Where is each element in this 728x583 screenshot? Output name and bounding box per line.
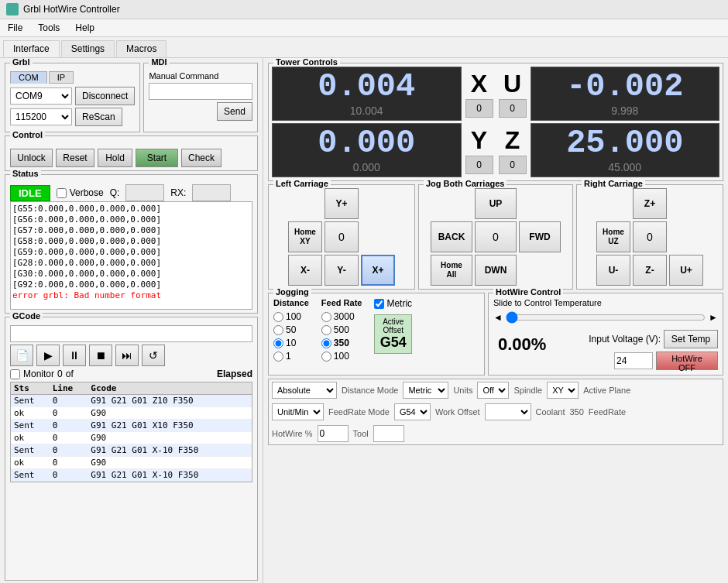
reset-btn[interactable]: Reset (56, 149, 94, 167)
um-btn[interactable]: U- (596, 255, 630, 286)
gcode-open-btn[interactable]: 📄 (10, 345, 33, 366)
jog-carriage-row: Left Carriage Y+ HomeXY 0 X- Y- X+ Jog B… (268, 184, 723, 290)
u-zero-btn[interactable]: 0 (499, 99, 527, 118)
log-area[interactable]: [G55:0.000,0.000,0.000,0.000][G56:0.000,… (10, 201, 252, 310)
unlock-btn[interactable]: Unlock (10, 149, 53, 167)
jogging-box: Jogging Distance 100 50 (268, 293, 485, 376)
units-select[interactable]: Off On (477, 382, 509, 399)
hotwire-pct-label: HotWire % (272, 429, 313, 438)
state-feedrate-mode: Unit/Min Inverse (272, 403, 324, 420)
gcode-input[interactable] (10, 325, 252, 342)
right-zero-btn[interactable]: 0 (633, 221, 667, 252)
state-row2: Unit/Min Inverse FeedRate Mode G54 G55 W… (272, 403, 719, 420)
monitor-count: 0 (57, 369, 63, 379)
temp-slider[interactable] (506, 310, 706, 325)
table-row: ok0G90 (11, 407, 252, 420)
gcode-reset-btn[interactable]: ↺ (142, 345, 165, 366)
spindle-select[interactable]: XY XZ (547, 382, 579, 399)
menu-file[interactable]: File (3, 21, 27, 35)
grbl-tab-ip[interactable]: IP (49, 71, 74, 84)
disconnect-btn[interactable]: Disconnect (75, 87, 135, 105)
check-btn[interactable]: Check (181, 149, 221, 167)
port-select[interactable]: COM9 (10, 87, 72, 105)
coolant-label: Coolant (536, 407, 565, 417)
baud-select[interactable]: 115200 (10, 108, 72, 125)
state-spindle: XY XZ (547, 382, 579, 399)
state-bar: Absolute Incremental Distance Mode Metri… (268, 379, 723, 445)
feed-500-radio[interactable] (321, 325, 331, 335)
distance-mode-select[interactable]: Absolute Incremental (272, 382, 337, 399)
verbose-checkbox[interactable] (57, 188, 67, 198)
voltage-row: Input Voltage (V): Set Temp (589, 330, 718, 348)
left-carriage-label: Left Carriage (273, 179, 331, 188)
tab-settings[interactable]: Settings (61, 40, 115, 57)
metric-checkbox[interactable] (374, 299, 384, 309)
jog-both-label: Jog Both Carriages (424, 179, 507, 188)
hold-btn[interactable]: Hold (98, 149, 132, 167)
tab-macros[interactable]: Macros (116, 40, 167, 57)
feedrate-code-select[interactable]: G54 G55 (394, 403, 431, 420)
col-line: Line (50, 382, 88, 395)
back-btn[interactable]: BACK (431, 221, 472, 252)
gcode-stop-btn[interactable]: ⏹ (89, 345, 112, 366)
tab-interface[interactable]: Interface (3, 40, 60, 57)
y-zero-btn[interactable]: 0 (465, 156, 493, 174)
menu-tools[interactable]: Tools (33, 21, 64, 35)
z-sub-value: 45.000 (537, 161, 713, 173)
set-temp-btn[interactable]: Set Temp (664, 330, 718, 348)
home-all-btn[interactable]: HomeAll (431, 255, 472, 286)
monitor-checkbox[interactable] (10, 369, 20, 379)
tool-input[interactable] (373, 425, 404, 442)
ym-btn[interactable]: Y- (325, 255, 359, 286)
feedrate-mode-select[interactable]: Unit/Min Inverse (272, 403, 324, 420)
manual-command-input[interactable] (149, 83, 252, 100)
send-btn[interactable]: Send (217, 102, 252, 121)
of-label: of (66, 369, 74, 379)
gcode-play-btn[interactable]: ▶ (36, 345, 60, 366)
rescan-btn[interactable]: ReScan (75, 108, 122, 126)
gcode-pause-btn[interactable]: ⏸ (63, 345, 86, 366)
fwd-btn[interactable]: FWD (519, 221, 561, 252)
zm-btn[interactable]: Z- (633, 255, 667, 286)
jogging-label: Jogging (273, 287, 311, 297)
dist-50-radio[interactable] (273, 325, 283, 335)
xm-btn[interactable]: X- (288, 255, 322, 286)
gcode-ff-btn[interactable]: ⏭ (115, 345, 139, 366)
dist-1-radio[interactable] (273, 352, 283, 362)
dist-1-row: 1 (273, 351, 309, 362)
left-zero-btn[interactable]: 0 (325, 221, 359, 252)
g54-label: G54 (379, 334, 407, 351)
window-title: Grbl HotWire Controller (23, 4, 120, 15)
feed-350-radio[interactable] (321, 338, 331, 348)
x-coord-display: 0.004 10.004 (272, 67, 462, 121)
start-btn[interactable]: Start (136, 149, 178, 167)
dwn-btn[interactable]: DWN (475, 255, 517, 286)
hotwire-off-btn[interactable]: HotWire OFF (656, 352, 718, 370)
feed-100-radio[interactable] (321, 352, 331, 362)
gcode-table[interactable]: Sts Line Gcode Sent0G91 G21 G01 Z10 F350… (10, 382, 252, 482)
up-btn[interactable]: UP (475, 188, 517, 219)
both-jog-grid: UP BACK 0 FWD HomeAll DWN (422, 188, 569, 286)
col-gcode: Gcode (88, 382, 252, 395)
zp-btn[interactable]: Z+ (633, 188, 667, 219)
x-zero-btn[interactable]: 0 (465, 99, 493, 118)
feed-3000-radio[interactable] (321, 312, 331, 322)
menu-help[interactable]: Help (70, 21, 99, 35)
xp-btn[interactable]: X+ (361, 255, 395, 286)
hxy-btn[interactable]: HomeXY (288, 221, 322, 252)
dist-100-radio[interactable] (273, 312, 283, 322)
work-offset-select[interactable] (485, 403, 531, 420)
z-zero-btn[interactable]: 0 (499, 156, 527, 174)
voltage-input[interactable] (614, 352, 653, 369)
up-btn-r[interactable]: U+ (669, 255, 703, 286)
dist-50-label: 50 (286, 324, 296, 335)
table-row: ok0G90 (11, 457, 252, 469)
dist-10-radio[interactable] (273, 338, 283, 348)
state-distance-mode: Distance Mode (342, 386, 398, 395)
yp-btn[interactable]: Y+ (325, 188, 359, 219)
grbl-tab-com[interactable]: COM (10, 71, 47, 84)
hotwire-pct-input[interactable] (318, 425, 349, 442)
metric-select[interactable]: Metric Inches (403, 382, 448, 399)
both-zero-btn[interactable]: 0 (475, 221, 517, 252)
home-uz-btn[interactable]: HomeUZ (596, 221, 630, 252)
